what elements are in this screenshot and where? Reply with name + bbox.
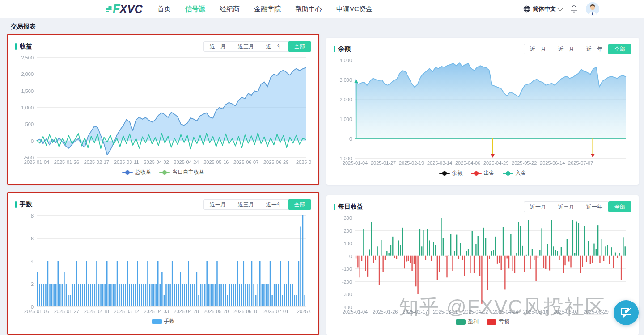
nav-item-home[interactable]: 首页 [157, 5, 171, 13]
panel-balance: 余额 近一月 近三月 近一年 全部 余额 出金 入金 [326, 38, 639, 185]
nav-item-academy[interactable]: 金融学院 [254, 5, 281, 13]
language-selector[interactable]: 简体中文 [523, 5, 562, 13]
daily-profit-legend: 盈利 亏损 [334, 318, 631, 326]
legend-item-daily-self-profit[interactable]: 当日自主收益 [159, 168, 204, 176]
main-nav: 首页 信号源 经纪商 金融学院 帮助中心 申请VC资金 [157, 0, 373, 18]
panel-profit-title: 收益 [20, 42, 204, 50]
daily-range-1m[interactable]: 近一月 [524, 201, 552, 212]
balance-range-1y[interactable]: 近一年 [580, 44, 609, 54]
profit-range-3m[interactable]: 近三月 [232, 41, 260, 52]
language-label: 简体中文 [533, 5, 556, 13]
legend-item-deposit[interactable]: 入金 [503, 169, 526, 177]
accent-bar [334, 46, 335, 52]
accent-bar [15, 43, 17, 50]
balance-range-3m[interactable]: 近三月 [552, 44, 580, 54]
daily-profit-bar-chart[interactable] [334, 214, 631, 316]
nav-item-apply-vc[interactable]: 申请VC资金 [336, 5, 373, 13]
daily-range-3m[interactable]: 近三月 [552, 201, 580, 212]
panel-profit: 收益 近一月 近三月 近一年 全部 总收益 当日自主收益 [7, 34, 319, 185]
daily-range-1y[interactable]: 近一年 [580, 201, 609, 212]
legend-item-balance[interactable]: 余额 [439, 169, 463, 177]
panel-daily-profit-title: 每日收益 [338, 203, 524, 211]
accent-bar [15, 201, 17, 208]
lots-range-1y[interactable]: 近一年 [260, 199, 288, 210]
lots-legend: 手数 [15, 318, 311, 325]
page-title: 交易报表 [11, 23, 36, 31]
top-navigation-bar: F XVC 首页 信号源 经纪商 金融学院 帮助中心 申请VC资金 简体中文 [0, 0, 644, 18]
profit-legend: 总收益 当日自主收益 [15, 168, 311, 176]
profit-range-filter: 近一月 近三月 近一年 全部 [204, 41, 311, 52]
legend-item-loss[interactable]: 亏损 [487, 318, 509, 326]
balance-range-filter: 近一月 近三月 近一年 全部 [524, 44, 631, 54]
balance-range-1m[interactable]: 近一月 [524, 44, 552, 54]
globe-icon [523, 5, 530, 13]
user-avatar[interactable] [586, 2, 599, 16]
lots-range-3m[interactable]: 近三月 [232, 199, 260, 210]
nav-item-signals[interactable]: 信号源 [185, 5, 205, 13]
chat-service-button[interactable] [614, 300, 639, 325]
profit-area-chart[interactable] [15, 54, 311, 166]
chat-bubble-icon [619, 306, 633, 319]
balance-legend: 余额 出金 入金 [334, 169, 631, 177]
nav-item-brokers[interactable]: 经纪商 [220, 5, 240, 13]
panel-balance-title: 余额 [338, 45, 524, 53]
daily-range-filter: 近一月 近三月 近一年 全部 [524, 201, 631, 212]
profit-range-1y[interactable]: 近一年 [260, 41, 288, 52]
panel-lots-title: 手数 [20, 201, 204, 209]
legend-item-total-profit[interactable]: 总收益 [122, 168, 151, 176]
lots-range-filter: 近一月 近三月 近一年 全部 [204, 199, 311, 210]
daily-range-all[interactable]: 全部 [608, 201, 631, 212]
legend-item-lots[interactable]: 手数 [152, 318, 175, 325]
panel-daily-profit: 每日收益 近一月 近三月 近一年 全部 盈利 亏损 [326, 195, 639, 335]
profit-range-all[interactable]: 全部 [288, 41, 311, 52]
profit-range-1m[interactable]: 近一月 [203, 41, 232, 52]
logo-f: F [113, 2, 119, 16]
fxvc-logo[interactable]: F XVC [106, 2, 143, 16]
balance-range-all[interactable]: 全部 [608, 44, 631, 54]
legend-item-withdraw[interactable]: 出金 [471, 169, 495, 177]
nav-item-help[interactable]: 帮助中心 [295, 5, 322, 13]
lots-bar-chart[interactable] [15, 212, 311, 315]
panel-lots: 手数 近一月 近三月 近一年 全部 手数 [7, 192, 319, 335]
lots-range-1m[interactable]: 近一月 [203, 199, 232, 210]
chevron-down-icon [557, 5, 563, 11]
lots-range-all[interactable]: 全部 [288, 199, 311, 210]
logo-speed-dashes-icon [106, 5, 112, 13]
logo-text: XVC [120, 3, 143, 16]
legend-item-profit[interactable]: 盈利 [456, 318, 479, 326]
notification-bell-icon[interactable] [570, 5, 578, 13]
balance-area-chart[interactable] [334, 56, 631, 167]
accent-bar [334, 204, 335, 210]
